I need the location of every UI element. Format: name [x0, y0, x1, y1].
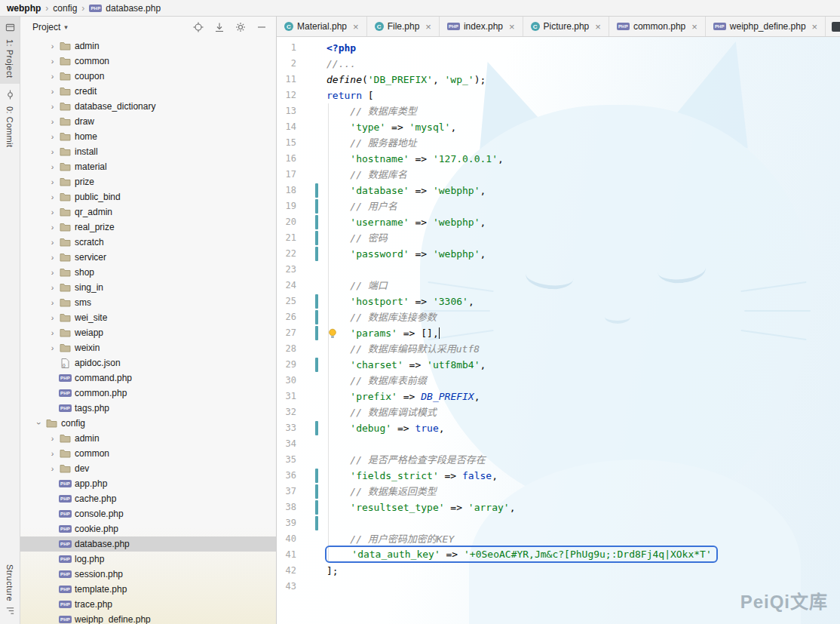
code-line-20[interactable]: 'username' => 'webphp', — [322, 214, 840, 230]
close-icon[interactable]: × — [595, 22, 601, 32]
chevron-icon[interactable]: › — [48, 328, 57, 337]
code-line-28[interactable]: // 数据库编码默认采用utf8 — [322, 341, 840, 357]
locate-file-icon[interactable] — [193, 22, 204, 32]
chevron-icon[interactable]: › — [48, 268, 57, 277]
tree-item-coupon[interactable]: ›coupon — [20, 69, 276, 84]
code-editor[interactable]: <?php//...define('DB_PREFIX', 'wp_');ret… — [322, 37, 840, 624]
tree-item-servicer[interactable]: ›servicer — [20, 250, 276, 265]
line-number[interactable]: 43 — [286, 581, 296, 592]
line-number[interactable]: 1 — [291, 42, 296, 53]
tree-item-app.php[interactable]: PHPapp.php — [20, 476, 276, 491]
tab-common.php[interactable]: PHPcommon.php× — [609, 17, 706, 36]
code-line-38[interactable]: 'resultset_type' => 'array', — [322, 500, 840, 515]
line-number[interactable]: 30 — [286, 375, 296, 386]
line-number[interactable]: 36 — [286, 470, 296, 481]
line-number[interactable]: 40 — [286, 533, 296, 544]
line-number[interactable]: 37 — [286, 486, 296, 496]
chevron-icon[interactable]: › — [48, 117, 57, 126]
collapse-all-icon[interactable] — [214, 22, 225, 32]
tree-item-install[interactable]: ›install — [20, 144, 276, 159]
tree-item-common.php[interactable]: PHPcommon.php — [20, 386, 276, 401]
chevron-icon[interactable]: › — [48, 238, 57, 247]
line-number[interactable]: 13 — [286, 106, 296, 116]
chevron-icon[interactable]: › — [48, 192, 57, 201]
line-number[interactable]: 11 — [286, 74, 296, 85]
tree-item-sms[interactable]: ›sms — [20, 295, 276, 310]
tab-index.php[interactable]: PHPindex.php× — [440, 17, 523, 36]
close-icon[interactable]: × — [509, 22, 515, 32]
chevron-icon[interactable]: › — [35, 419, 44, 429]
tree-item-material[interactable]: ›material — [20, 159, 276, 174]
chevron-icon[interactable]: › — [48, 464, 57, 473]
line-number[interactable]: 31 — [286, 391, 296, 401]
project-panel-title[interactable]: Project — [32, 22, 60, 32]
chevron-icon[interactable]: › — [48, 434, 57, 443]
code-line-42[interactable]: ]; — [322, 563, 840, 579]
line-number[interactable]: 15 — [286, 137, 296, 148]
line-number[interactable]: 26 — [286, 312, 296, 322]
line-number[interactable]: 23 — [286, 264, 296, 275]
tree-item-command.php[interactable]: PHPcommand.php — [20, 370, 276, 386]
tree-item-draw[interactable]: ›draw — [20, 114, 276, 129]
code-line-32[interactable]: // 数据库调试模式 — [322, 404, 840, 420]
line-number[interactable]: 19 — [286, 201, 296, 211]
chevron-icon[interactable]: › — [48, 87, 57, 96]
chevron-icon[interactable]: › — [48, 298, 57, 307]
code-line-31[interactable]: 'prefix' => DB_PREFIX, — [322, 389, 840, 404]
chevron-icon[interactable]: › — [48, 177, 57, 186]
line-number[interactable]: 16 — [286, 153, 296, 164]
code-line-18[interactable]: 'database' => 'webphp', — [322, 183, 840, 198]
tree-item-common[interactable]: ›common — [20, 54, 276, 69]
line-number[interactable]: 18 — [286, 185, 296, 195]
chevron-icon[interactable]: › — [48, 41, 57, 51]
code-line-19[interactable]: // 用户名 — [322, 198, 840, 214]
line-number[interactable]: 28 — [286, 343, 296, 354]
code-line-11[interactable]: define('DB_PREFIX', 'wp_'); — [322, 72, 840, 88]
code-line-1[interactable]: <?php — [322, 40, 840, 56]
tree-item-wei_site[interactable]: ›wei_site — [20, 310, 276, 325]
chevron-icon[interactable]: › — [48, 132, 57, 141]
line-number[interactable]: 22 — [286, 248, 296, 259]
partial-tab[interactable] — [826, 17, 840, 36]
tab-Material.php[interactable]: CMaterial.php× — [277, 17, 367, 36]
chevron-icon[interactable]: › — [48, 207, 57, 217]
tree-item-trace.php[interactable]: PHPtrace.php — [20, 597, 276, 612]
code-line-39[interactable] — [322, 515, 840, 531]
chevron-icon[interactable]: › — [48, 449, 57, 458]
tree-item-credit[interactable]: ›credit — [20, 84, 276, 99]
line-number[interactable]: 20 — [286, 217, 296, 227]
code-line-17[interactable]: // 数据库名 — [322, 167, 840, 183]
tree-item-database.php[interactable]: PHPdatabase.php — [20, 536, 276, 552]
line-number[interactable]: 21 — [286, 232, 296, 243]
code-line-23[interactable] — [322, 262, 840, 278]
tree-item-public_bind[interactable]: ›public_bind — [20, 189, 276, 204]
chevron-icon[interactable]: › — [48, 343, 57, 352]
tree-item-cache.php[interactable]: PHPcache.php — [20, 491, 276, 506]
line-number[interactable]: 34 — [286, 438, 296, 449]
tree-item-log.php[interactable]: PHPlog.php — [20, 552, 276, 567]
hide-panel-icon[interactable] — [256, 22, 267, 32]
line-number[interactable]: 42 — [286, 565, 296, 576]
code-line-15[interactable]: // 服务器地址 — [322, 135, 840, 151]
line-number[interactable]: 14 — [286, 121, 296, 132]
tree-item-prize[interactable]: ›prize — [20, 174, 276, 189]
line-number[interactable]: 38 — [286, 502, 296, 512]
code-line-25[interactable]: 'hostport' => '3306', — [322, 294, 840, 309]
tree-item-apidoc.json[interactable]: {}apidoc.json — [20, 355, 276, 370]
chevron-icon[interactable]: › — [48, 57, 57, 66]
code-line-2[interactable]: //... — [322, 56, 840, 72]
tree-item-shop[interactable]: ›shop — [20, 265, 276, 280]
chevron-icon[interactable]: › — [48, 147, 57, 156]
chevron-icon[interactable]: › — [48, 162, 57, 171]
breadcrumb-item-database[interactable]: database.php — [106, 3, 161, 14]
line-number[interactable]: 12 — [286, 90, 296, 100]
code-line-27[interactable]: 'params' => [], — [322, 325, 840, 341]
tree-item-database_dictionary[interactable]: ›database_dictionary — [20, 99, 276, 114]
tool-window-button-structure[interactable]: Structure — [0, 558, 20, 624]
tree-item-admin[interactable]: ›admin — [20, 431, 276, 446]
tree-item-cookie.php[interactable]: PHPcookie.php — [20, 521, 276, 536]
tree-item-dev[interactable]: ›dev — [20, 461, 276, 476]
chevron-icon[interactable]: › — [48, 72, 57, 81]
code-line-33[interactable]: 'debug' => true, — [322, 420, 840, 436]
code-line-35[interactable]: // 是否严格检查字段是否存在 — [322, 452, 840, 468]
